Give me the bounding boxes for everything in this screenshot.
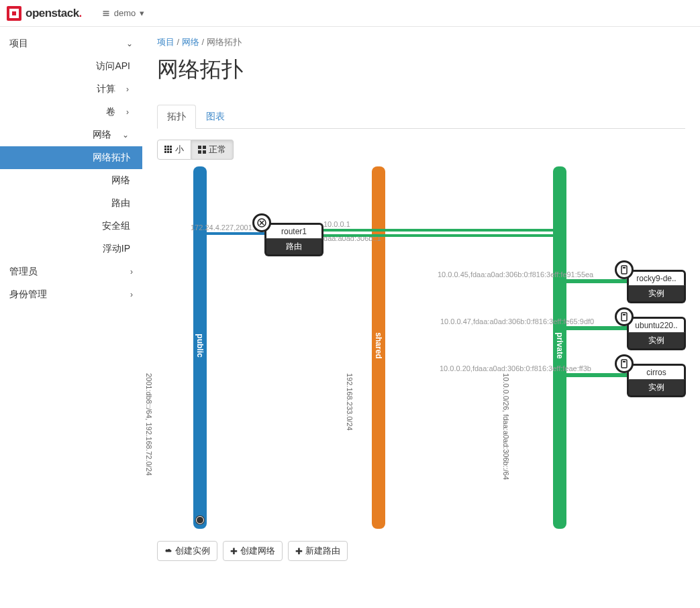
svg-rect-19 — [203, 150, 206, 154]
svg-rect-23 — [621, 313, 627, 321]
link-cirros — [560, 373, 634, 377]
svg-rect-15 — [170, 151, 172, 153]
svg-rect-11 — [167, 148, 169, 150]
svg-rect-13 — [164, 151, 166, 153]
server-icon — [615, 307, 634, 326]
sidebar-item-identity[interactable]: 身份管理› — [0, 283, 142, 306]
device-ubuntu-type: 实例 — [627, 332, 686, 350]
svg-rect-16 — [198, 146, 201, 149]
network-public-label: public — [195, 334, 205, 357]
sidebar-item-floatingip[interactable]: 浮动IP — [0, 238, 142, 260]
network-private-label: private — [555, 332, 564, 358]
chevron-down-icon: ⌄ — [126, 39, 133, 48]
tabs: 拓扑 图表 — [157, 105, 685, 129]
sidebar-item-secgroups[interactable]: 安全组 — [0, 215, 142, 238]
grid-small-icon — [164, 146, 172, 154]
device-rocky9-type: 实例 — [627, 285, 686, 303]
sidebar-item-compute[interactable]: 计算› — [0, 78, 142, 101]
device-ubuntu[interactable]: ubuntu220.. 实例 — [627, 317, 686, 350]
brand-text: openstack. — [26, 7, 82, 20]
link-rocky9 — [560, 279, 634, 283]
svg-rect-10 — [164, 148, 166, 150]
size-normal-button[interactable]: 正常 — [191, 140, 234, 160]
tab-topology[interactable]: 拓扑 — [157, 105, 196, 129]
cloud-icon — [164, 547, 172, 555]
chevron-right-icon: › — [126, 107, 129, 117]
breadcrumb-project[interactable]: 项目 — [157, 37, 174, 47]
network-public[interactable]: public 2001:db8::/64, 192.168.72.0/24 — [193, 166, 207, 529]
svg-rect-25 — [621, 360, 627, 368]
chevron-right-icon: › — [130, 267, 133, 276]
link-label-ubuntu: 10.0.0.47,fdaa:a0ad:306b:0:f816:3eff:fe6… — [440, 317, 594, 325]
device-router1-name: router1 — [264, 223, 323, 238]
svg-rect-8 — [167, 146, 169, 148]
network-public-cidr: 2001:db8::/64, 192.168.72.0/24 — [145, 373, 153, 476]
sidebar-item-volume[interactable]: 卷› — [0, 101, 142, 123]
svg-rect-2 — [9, 9, 12, 18]
router-icon — [252, 213, 271, 232]
create-instance-button[interactable]: 创建实例 — [157, 541, 217, 561]
sidebar: 项目⌄ 访问API 计算› 卷› 网络⌄ 网络拓扑 网络 路由 安全组 浮动IP… — [0, 27, 142, 608]
network-shared[interactable]: shared 192.168.233.0/24 — [372, 166, 385, 529]
main-content: 项目 / 网络 / 网络拓扑 网络拓扑 拓扑 图表 小 正常 public 20… — [142, 27, 700, 608]
server-icon — [615, 354, 634, 373]
link-label-rocky9: 10.0.0.45,fdaa:a0ad:306b:0:f816:3eff:fe9… — [438, 270, 593, 278]
size-toggle: 小 正常 — [157, 140, 234, 160]
svg-rect-14 — [167, 151, 169, 153]
sidebar-item-topology[interactable]: 网络拓扑 — [0, 146, 142, 169]
server-icon — [615, 260, 634, 279]
device-ubuntu-name: ubuntu220.. — [627, 317, 686, 332]
sidebar-item-project[interactable]: 项目⌄ — [0, 32, 142, 55]
sidebar-item-admin[interactable]: 管理员› — [0, 260, 142, 283]
network-shared-cidr: 192.168.233.0/24 — [346, 373, 354, 431]
svg-rect-7 — [164, 146, 166, 148]
footer-actions: 创建实例 ✚ 创建网络 ✚ 新建路由 — [157, 541, 685, 561]
sidebar-item-network[interactable]: 网络⌄ — [0, 123, 142, 146]
sidebar-item-networks[interactable]: 网络 — [0, 169, 142, 192]
grid-large-icon — [198, 146, 206, 154]
svg-rect-22 — [623, 267, 626, 268]
link-ubuntu — [560, 326, 634, 330]
svg-rect-4 — [103, 11, 109, 12]
create-network-button[interactable]: ✚ 创建网络 — [223, 541, 283, 561]
plus-icon: ✚ — [295, 546, 303, 556]
caret-down-icon: ▾ — [140, 8, 144, 18]
svg-rect-26 — [623, 361, 626, 362]
device-rocky9-name: rocky9-de.. — [627, 270, 686, 285]
breadcrumb-current: 网络拓扑 — [207, 37, 242, 47]
chevron-down-icon: ⌄ — [122, 130, 129, 140]
tab-graph[interactable]: 图表 — [196, 105, 235, 129]
breadcrumb-network[interactable]: 网络 — [182, 37, 199, 47]
svg-rect-6 — [103, 15, 109, 16]
sidebar-item-routers[interactable]: 路由 — [0, 192, 142, 215]
project-selector[interactable]: demo ▾ — [102, 8, 145, 18]
svg-rect-3 — [16, 9, 19, 18]
layers-icon — [102, 9, 110, 17]
network-private[interactable]: private 10.0.0.0/26, fdaa:a0ad:306b::/64 — [553, 166, 566, 529]
svg-rect-18 — [198, 150, 201, 154]
link-router-private — [311, 229, 560, 237]
network-topology-canvas[interactable]: public 2001:db8::/64, 192.168.72.0/24 sh… — [157, 166, 694, 529]
svg-rect-21 — [621, 266, 627, 274]
link-router-public — [200, 232, 266, 235]
svg-rect-12 — [170, 148, 172, 150]
device-rocky9[interactable]: rocky9-de.. 实例 — [627, 270, 686, 303]
device-cirros[interactable]: cirros 实例 — [627, 364, 686, 397]
device-cirros-name: cirros — [627, 364, 686, 379]
create-router-button[interactable]: ✚ 新建路由 — [288, 541, 348, 561]
network-shared-label: shared — [374, 332, 383, 358]
device-router1[interactable]: router1 路由 — [264, 223, 323, 256]
svg-rect-5 — [103, 13, 109, 14]
globe-icon — [195, 515, 205, 525]
sidebar-item-api[interactable]: 访问API — [0, 55, 142, 78]
page-title: 网络拓扑 — [157, 55, 685, 85]
size-small-button[interactable]: 小 — [157, 140, 191, 160]
svg-rect-24 — [623, 314, 626, 315]
svg-rect-17 — [203, 146, 206, 149]
topbar: openstack. demo ▾ — [0, 0, 700, 27]
chevron-right-icon: › — [126, 85, 129, 94]
breadcrumb: 项目 / 网络 / 网络拓扑 — [157, 36, 685, 48]
svg-rect-9 — [170, 146, 172, 148]
network-private-cidr: 10.0.0.0/26, fdaa:a0ad:306b::/64 — [502, 373, 510, 480]
chevron-right-icon: › — [130, 290, 133, 299]
